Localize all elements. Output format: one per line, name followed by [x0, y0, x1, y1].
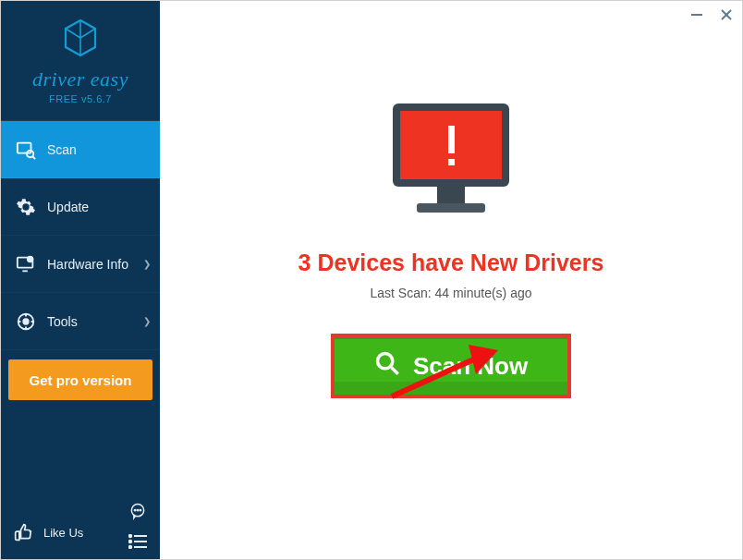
- close-icon[interactable]: [720, 8, 733, 24]
- svg-rect-31: [417, 203, 485, 213]
- monitor-info-icon: i: [14, 254, 38, 274]
- chevron-right-icon: ❯: [143, 259, 151, 269]
- sidebar-item-label: Update: [47, 200, 89, 214]
- svg-line-33: [392, 367, 398, 373]
- svg-point-21: [129, 546, 131, 548]
- pro-button-label: Get pro version: [30, 372, 132, 388]
- thumbs-up-icon: [14, 523, 36, 542]
- svg-point-19: [129, 541, 131, 542]
- nav: Scan Update i: [1, 121, 160, 505]
- feedback-icon[interactable]: [128, 502, 147, 523]
- version-label: FREE v5.6.7: [49, 93, 112, 104]
- content-area: 3 Devices have New Drivers Last Scan: 44…: [160, 1, 742, 398]
- svg-point-8: [23, 319, 29, 324]
- sidebar: driver easy FREE v5.6.7 Scan: [1, 1, 160, 559]
- svg-point-17: [129, 535, 131, 537]
- logo-area: driver easy FREE v5.6.7: [1, 1, 160, 121]
- scan-headline: 3 Devices have New Drivers: [298, 250, 604, 276]
- search-icon: [374, 350, 400, 383]
- menu-list-icon[interactable]: [128, 534, 147, 552]
- chevron-right-icon: ❯: [143, 316, 151, 326]
- like-us-label[interactable]: Like Us: [43, 526, 83, 540]
- scan-button-label: Scan Now: [413, 352, 528, 381]
- alert-monitor-icon: [382, 98, 520, 224]
- scan-now-button[interactable]: Scan Now: [331, 334, 571, 398]
- svg-point-14: [134, 510, 135, 511]
- tools-icon: [14, 311, 38, 332]
- gear-icon: [14, 197, 38, 217]
- sidebar-item-hardware-info[interactable]: i Hardware Info ❯: [1, 236, 160, 293]
- window-controls: [690, 8, 733, 24]
- app-window: driver easy FREE v5.6.7 Scan: [0, 0, 743, 560]
- svg-point-32: [377, 353, 392, 368]
- minimize-icon[interactable]: [690, 8, 703, 24]
- sidebar-item-label: Hardware Info: [47, 257, 128, 272]
- svg-rect-28: [448, 126, 455, 153]
- svg-point-15: [137, 510, 138, 511]
- brand-name: driver easy: [32, 67, 128, 91]
- bottom-bar: Like Us: [1, 505, 160, 559]
- get-pro-button[interactable]: Get pro version: [8, 359, 152, 400]
- svg-rect-29: [448, 159, 455, 165]
- brand-logo-icon: [60, 18, 101, 62]
- sidebar-item-scan[interactable]: Scan: [1, 121, 160, 178]
- sidebar-item-tools[interactable]: Tools ❯: [1, 293, 160, 350]
- sidebar-item-label: Scan: [47, 142, 77, 157]
- scan-icon: [14, 140, 38, 160]
- svg-point-16: [140, 510, 140, 511]
- svg-rect-30: [437, 187, 465, 203]
- sidebar-item-update[interactable]: Update: [1, 178, 160, 236]
- svg-line-2: [32, 156, 35, 159]
- last-scan-label: Last Scan: 44 minute(s) ago: [370, 286, 531, 300]
- main-panel: 3 Devices have New Drivers Last Scan: 44…: [160, 1, 742, 559]
- sidebar-item-label: Tools: [47, 314, 78, 329]
